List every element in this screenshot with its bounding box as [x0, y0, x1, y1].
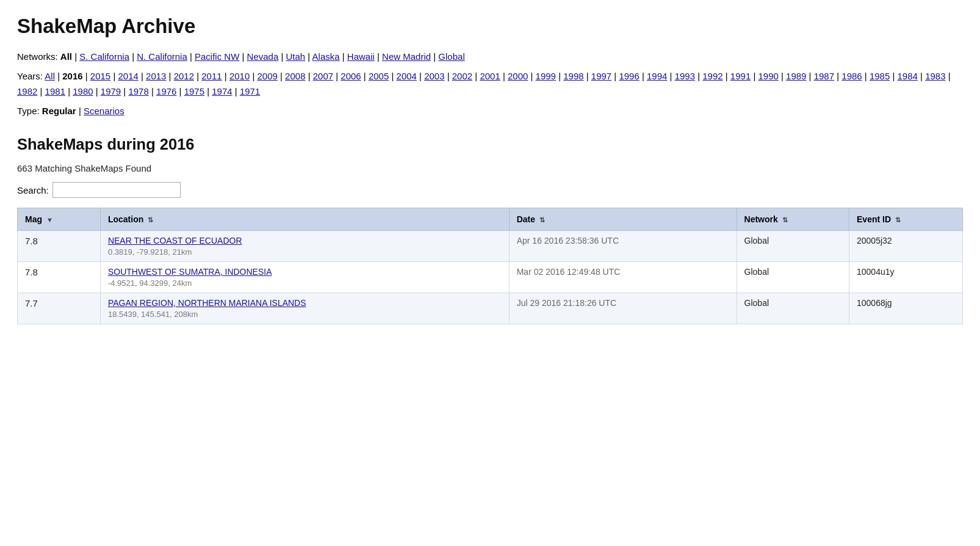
type-scenarios[interactable]: Scenarios — [84, 106, 124, 116]
search-row: Search: — [17, 182, 963, 198]
eventid-cell: 20005j32 — [849, 231, 963, 262]
year-link-2011[interactable]: 2011 — [201, 71, 222, 81]
table-row: 7.8SOUTHWEST OF SUMATRA, INDONESIA-4.952… — [18, 262, 963, 293]
year-link-1991[interactable]: 1991 — [730, 71, 751, 81]
sort-icon: ▼ — [45, 216, 53, 224]
year-link-2004[interactable]: 2004 — [397, 71, 417, 81]
year-link-2009[interactable]: 2009 — [258, 71, 278, 81]
networks-filter: Networks: All | S. California | N. Calif… — [17, 49, 963, 65]
match-count: 663 Matching ShakeMaps Found — [17, 163, 963, 173]
year-all[interactable]: All — [45, 71, 55, 81]
year-link-1989[interactable]: 1989 — [786, 71, 806, 81]
network-link-alaska[interactable]: Alaska — [312, 51, 340, 62]
col-header-date[interactable]: Date ⇅ — [509, 208, 737, 231]
col-header-network[interactable]: Network ⇅ — [737, 208, 849, 231]
network-link-new-madrid[interactable]: New Madrid — [382, 51, 431, 62]
year-link-2003[interactable]: 2003 — [424, 71, 444, 81]
year-link-1979[interactable]: 1979 — [101, 86, 121, 96]
col-header-mag[interactable]: Mag ▼ — [18, 208, 101, 231]
year-link-1984[interactable]: 1984 — [898, 71, 918, 81]
year-link-1993[interactable]: 1993 — [675, 71, 695, 81]
sort-icon: ⇅ — [780, 216, 788, 224]
sort-icon: ⇅ — [893, 216, 901, 224]
year-link-1980[interactable]: 1980 — [73, 86, 93, 96]
search-input[interactable] — [52, 182, 181, 198]
section-title: ShakeMaps during 2016 — [17, 136, 963, 153]
type-label: Type: — [17, 106, 40, 116]
date-cell: Jul 29 2016 21:18:26 UTC — [509, 293, 737, 324]
network-link-global[interactable]: Global — [438, 51, 464, 62]
network-link-utah[interactable]: Utah — [286, 51, 305, 62]
year-link-2013[interactable]: 2013 — [146, 71, 166, 81]
year-link-2008[interactable]: 2008 — [285, 71, 305, 81]
year-link-2001[interactable]: 2001 — [480, 71, 500, 81]
location-cell: NEAR THE COAST OF ECUADOR0.3819, -79.921… — [100, 231, 509, 262]
year-link-1971[interactable]: 1971 — [240, 86, 260, 96]
year-link-2012[interactable]: 2012 — [174, 71, 194, 81]
year-current: 2016 — [62, 71, 82, 81]
location-coords: 18.5439, 145.541, 208km — [108, 310, 198, 319]
location-coords: -4.9521, 94.3299, 24km — [108, 278, 192, 288]
col-header-event-id[interactable]: Event ID ⇅ — [849, 208, 963, 231]
search-label: Search: — [17, 185, 49, 195]
location-link[interactable]: PAGAN REGION, NORTHERN MARIANA ISLANDS — [108, 298, 502, 308]
sort-icon: ⇅ — [538, 216, 545, 224]
year-link-1975[interactable]: 1975 — [184, 86, 204, 96]
year-link-1992[interactable]: 1992 — [702, 71, 722, 81]
year-link-2007[interactable]: 2007 — [313, 71, 333, 81]
eventid-cell: 100068jg — [849, 293, 963, 324]
location-link[interactable]: SOUTHWEST OF SUMATRA, INDONESIA — [108, 267, 502, 277]
year-link-1999[interactable]: 1999 — [536, 71, 556, 81]
year-link-2002[interactable]: 2002 — [452, 71, 472, 81]
network-cell: Global — [737, 293, 849, 324]
year-link-1976[interactable]: 1976 — [156, 86, 176, 96]
year-link-1978[interactable]: 1978 — [128, 86, 148, 96]
date-cell: Mar 02 2016 12:49:48 UTC — [509, 262, 737, 293]
year-link-1996[interactable]: 1996 — [619, 71, 639, 81]
table-row: 7.7PAGAN REGION, NORTHERN MARIANA ISLAND… — [18, 293, 963, 324]
network-link-hawaii[interactable]: Hawaii — [347, 51, 375, 62]
network-link-n.-california[interactable]: N. California — [137, 51, 187, 62]
location-cell: PAGAN REGION, NORTHERN MARIANA ISLANDS18… — [100, 293, 509, 324]
sort-icon: ⇅ — [146, 216, 153, 224]
year-link-1986[interactable]: 1986 — [841, 71, 862, 81]
networks-label: Networks: — [17, 51, 58, 62]
network-all: All — [60, 51, 72, 62]
location-cell: SOUTHWEST OF SUMATRA, INDONESIA-4.9521, … — [100, 262, 509, 293]
type-regular: Regular — [42, 106, 76, 116]
network-link-pacific-nw[interactable]: Pacific NW — [195, 51, 239, 62]
year-link-2010[interactable]: 2010 — [229, 71, 250, 81]
year-link-1998[interactable]: 1998 — [563, 71, 583, 81]
type-filter: Type: Regular | Scenarios — [17, 103, 963, 119]
page-title: ShakeMap Archive — [17, 15, 963, 38]
year-link-1994[interactable]: 1994 — [647, 71, 667, 81]
network-cell: Global — [737, 231, 849, 262]
year-link-1990[interactable]: 1990 — [758, 71, 778, 81]
date-cell: Apr 16 2016 23:58:36 UTC — [509, 231, 737, 262]
network-link-nevada[interactable]: Nevada — [247, 51, 279, 62]
mag-cell: 7.7 — [18, 293, 101, 324]
table-row: 7.8NEAR THE COAST OF ECUADOR0.3819, -79.… — [18, 231, 963, 262]
year-link-1974[interactable]: 1974 — [212, 86, 232, 96]
year-link-2005[interactable]: 2005 — [369, 71, 389, 81]
mag-cell: 7.8 — [18, 231, 101, 262]
years-label: Years: — [17, 71, 43, 81]
years-filter: Years: All | 2016 | 2015 | 2014 | 2013 |… — [17, 68, 963, 100]
year-link-1985[interactable]: 1985 — [870, 71, 890, 81]
location-link[interactable]: NEAR THE COAST OF ECUADOR — [108, 236, 502, 246]
year-link-2015[interactable]: 2015 — [90, 71, 110, 81]
year-link-1987[interactable]: 1987 — [814, 71, 834, 81]
mag-cell: 7.8 — [18, 262, 101, 293]
year-link-1997[interactable]: 1997 — [591, 71, 611, 81]
year-link-1981[interactable]: 1981 — [45, 86, 65, 96]
col-header-location[interactable]: Location ⇅ — [100, 208, 509, 231]
network-link-s.-california[interactable]: S. California — [79, 51, 129, 62]
year-link-2006[interactable]: 2006 — [340, 71, 361, 81]
year-link-1982[interactable]: 1982 — [17, 86, 37, 96]
year-link-1983[interactable]: 1983 — [925, 71, 945, 81]
eventid-cell: 10004u1y — [849, 262, 963, 293]
year-link-2014[interactable]: 2014 — [118, 71, 138, 81]
network-cell: Global — [737, 262, 849, 293]
results-table: Mag ▼Location ⇅Date ⇅Network ⇅Event ID ⇅… — [17, 208, 963, 324]
year-link-2000[interactable]: 2000 — [508, 71, 528, 81]
